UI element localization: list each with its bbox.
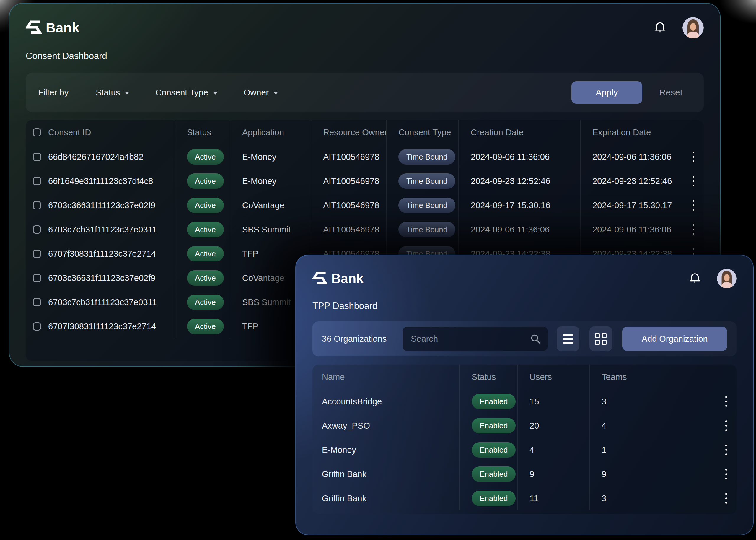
row-checkbox[interactable] (33, 153, 41, 161)
apply-button[interactable]: Apply (572, 81, 642, 104)
avatar[interactable] (683, 17, 704, 38)
column-header-application: Application (230, 120, 311, 145)
expiration-date-cell: 2024-09-06 11:36:06 (593, 225, 671, 234)
application-cell: CoVantage (230, 193, 311, 217)
add-organization-button[interactable]: Add Organization (622, 327, 727, 351)
consent-table-header: Consent ID Status Application Resource O… (26, 120, 704, 145)
table-row: 66f1649e31f11123c37df4c8 Active E-Money … (26, 169, 704, 193)
consent-id: 6703c36631f11123c37e02f9 (48, 201, 155, 210)
filter-by-label: Filter by (38, 88, 68, 97)
column-header-status: Status (174, 120, 230, 145)
row-checkbox[interactable] (33, 298, 41, 306)
organizations-count: 36 Organizations (322, 334, 386, 344)
caret-down-icon (125, 91, 129, 94)
page-title: TPP Dashboard (312, 301, 736, 311)
creation-date-cell: 2024-09-06 11:36:06 (458, 145, 580, 169)
status-badge: Active (187, 246, 224, 261)
search-input[interactable] (402, 327, 548, 351)
select-all-checkbox[interactable] (33, 128, 41, 136)
kebab-icon[interactable] (723, 443, 729, 457)
status-filter-dropdown[interactable]: Status (96, 88, 129, 97)
kebab-icon[interactable] (691, 174, 696, 188)
notifications-button[interactable] (653, 20, 667, 36)
resource-owner-cell: AIT100546978 (311, 145, 386, 169)
teams-cell: 1 (601, 445, 606, 455)
expiration-date-cell: 2024-09-17 15:30:17 (593, 201, 672, 210)
owner-filter-dropdown[interactable]: Owner (244, 88, 278, 97)
table-row: 6703c7cb31f11123c37e0311 Active SBS Summ… (26, 217, 704, 242)
consent-id: 6707f30831f11123c37e2714 (48, 322, 156, 332)
filter-bar: Filter by Status Consent Type Owner Appl… (26, 73, 704, 112)
consent-type-badge: Time Bound (398, 149, 455, 165)
organizations-table: Name Status Users Teams AccountsBridge E… (312, 364, 736, 514)
organization-name: E-Money (312, 438, 459, 462)
list-view-button[interactable] (557, 327, 580, 351)
tpp-dashboard-window: Bank TPP Dashboard (295, 255, 754, 535)
reset-button[interactable]: Reset (658, 87, 684, 98)
consent-id: 6703c36631f11123c37e02f9 (48, 273, 155, 283)
caret-down-icon (213, 91, 218, 94)
resource-owner-cell: AIT100546978 (311, 169, 386, 193)
consent-appbar: Bank (26, 4, 704, 38)
resource-owner-cell: AIT100546978 (311, 217, 386, 242)
kebab-icon[interactable] (723, 419, 729, 433)
column-header-consent-type: Consent Type (386, 120, 458, 145)
status-badge: Enabled (472, 442, 516, 458)
avatar[interactable] (717, 269, 736, 288)
column-header-consent-id: Consent ID (48, 128, 91, 137)
consent-id: 6703c7cb31f11123c37e0311 (48, 298, 157, 307)
application-cell: SBS Summit (230, 217, 311, 242)
status-badge: Enabled (472, 467, 516, 482)
status-badge: Enabled (472, 491, 516, 506)
column-header-creation-date: Creation Date (458, 120, 580, 145)
kebab-icon[interactable] (723, 467, 729, 481)
magnifier-icon (529, 333, 541, 345)
table-row: Griffin Bank Enabled 11 3 (312, 486, 736, 510)
s-mark-icon (26, 20, 42, 36)
row-checkbox[interactable] (33, 201, 41, 209)
kebab-icon[interactable] (691, 222, 696, 237)
table-row: Griffin Bank Enabled 9 9 (312, 462, 736, 486)
notifications-button[interactable] (688, 271, 702, 286)
column-header-expiration-date: Expiration Date (580, 120, 704, 145)
organization-name: Axway_PSO (312, 414, 459, 438)
row-checkbox[interactable] (33, 225, 41, 234)
resource-owner-cell: AIT100546978 (311, 193, 386, 217)
table-row: 6703c36631f11123c37e02f9 Active CoVantag… (26, 193, 704, 217)
brand-logo: Bank (312, 271, 364, 286)
organizations-table-header: Name Status Users Teams (312, 364, 736, 389)
expiration-date-cell: 2024-09-06 11:36:06 (593, 152, 671, 162)
organization-name: Griffin Bank (312, 486, 459, 510)
bell-icon (688, 271, 702, 285)
application-cell: E-Money (230, 169, 311, 193)
users-cell: 15 (517, 389, 589, 414)
creation-date-cell: 2024-09-06 11:36:06 (458, 217, 580, 242)
row-checkbox[interactable] (33, 250, 41, 258)
kebab-icon[interactable] (723, 394, 729, 409)
row-checkbox[interactable] (33, 274, 41, 282)
kebab-icon[interactable] (691, 150, 696, 164)
status-badge: Active (187, 198, 224, 213)
users-cell: 4 (517, 438, 589, 462)
status-badge: Active (187, 295, 224, 310)
status-badge: Active (187, 173, 224, 189)
tpp-appbar: Bank (312, 255, 736, 288)
column-header-teams: Teams (589, 364, 736, 389)
consent-type-filter-dropdown[interactable]: Consent Type (155, 88, 217, 97)
brand-name: Bank (331, 271, 364, 286)
kebab-icon[interactable] (723, 491, 729, 505)
grid-view-button[interactable] (590, 327, 612, 351)
creation-date-cell: 2024-09-17 15:30:16 (458, 193, 580, 217)
kebab-icon[interactable] (691, 198, 696, 212)
column-header-users: Users (517, 364, 589, 389)
teams-cell: 4 (601, 421, 606, 431)
consent-id: 66d846267167024a4b82 (48, 152, 144, 162)
row-checkbox[interactable] (33, 177, 41, 185)
table-row: 66d846267167024a4b82 Active E-Money AIT1… (26, 145, 704, 169)
grid-icon (595, 333, 606, 345)
status-badge: Active (187, 319, 224, 334)
row-checkbox[interactable] (33, 322, 41, 331)
page-title: Consent Dashboard (26, 51, 704, 62)
organization-name: Griffin Bank (312, 462, 459, 486)
status-badge: Enabled (472, 394, 516, 409)
